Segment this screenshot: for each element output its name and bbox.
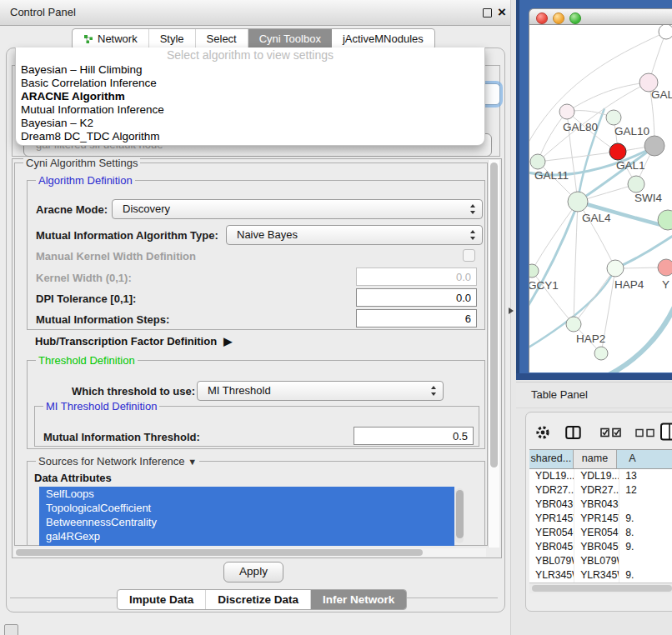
table-row[interactable]: YDL19...YDL19...13 [529, 469, 672, 483]
tab-infer-network[interactable]: Infer Network [311, 590, 406, 609]
node-label: GAL11 [534, 169, 569, 182]
mi-algorithm-type-label: Mutual Information Algorithm Type: [36, 229, 218, 242]
table-row[interactable]: YBR043CYBR043C [529, 498, 672, 512]
scrollbar-thumb[interactable] [16, 549, 423, 556]
float-window-icon[interactable] [483, 8, 492, 18]
network-node-hap2[interactable] [566, 317, 581, 332]
node-label: Y [662, 278, 669, 291]
deselect-checkboxes-icon[interactable] [635, 428, 659, 438]
table-cell: YBL079W [529, 554, 574, 568]
column-header[interactable]: shared... [529, 450, 574, 468]
tab-network[interactable]: Network [73, 29, 149, 49]
network-node[interactable] [658, 210, 672, 230]
network-edge[interactable] [574, 268, 615, 324]
network-node-swi4[interactable] [628, 176, 644, 192]
select-all-checkboxes-icon[interactable] [600, 428, 627, 438]
mi-threshold-definition-groupbox: MI Threshold Definition Mutual Informati… [34, 406, 479, 447]
network-edge[interactable] [609, 307, 672, 372]
tab-discretize-data[interactable]: Discretize Data [206, 590, 311, 609]
column-header[interactable]: name [574, 450, 618, 468]
table-cell: 9. [619, 512, 672, 526]
which-threshold-combo[interactable]: MI Threshold [197, 381, 444, 401]
table-rows: YDL19...YDL19...13YDR27...YDR27...12YBR0… [529, 469, 672, 582]
data-attributes-list[interactable]: SelfLoopsTopologicalCoefficientBetweenne… [39, 487, 454, 546]
network-canvas[interactable]: GALGAL80GAL10GAL1GAL11SWI4GAL4GCY1HAP4YH… [529, 25, 672, 372]
table-panel-header: Table Panel [516, 382, 672, 408]
table-row[interactable]: YER054CYER054C8. [529, 526, 672, 540]
network-window-titlebar[interactable] [529, 8, 672, 25]
attributes-list-scrollbar[interactable] [455, 488, 464, 543]
attribute-list-item[interactable]: TopologicalCoefficient [39, 501, 454, 515]
attribute-list-item[interactable]: BetweennessCentrality [39, 515, 454, 529]
apply-button[interactable]: Apply [223, 562, 283, 582]
settings-horizontal-scrollbar[interactable] [14, 548, 486, 557]
table-cell: YER054C [574, 526, 619, 540]
scrollbar-thumb[interactable] [532, 585, 672, 592]
network-node[interactable] [594, 347, 608, 360]
group-title: Algorithm Definition [36, 174, 135, 187]
mi-algorithm-type-combo[interactable]: Naive Bayes [226, 225, 483, 245]
hub-definition-expander[interactable]: Hub/Transcription Factor Definition▶ [35, 335, 232, 348]
network-node-gal1[interactable] [609, 143, 626, 160]
dropdown-placeholder: Select algorithm to view settings [16, 48, 484, 63]
collapsed-panel-icon[interactable] [4, 624, 18, 635]
network-edge[interactable] [538, 152, 618, 162]
network-edge[interactable] [574, 202, 578, 324]
tab-style[interactable]: Style [149, 29, 196, 49]
network-node-gal4[interactable] [568, 192, 588, 212]
scrollbar-thumb[interactable] [456, 490, 464, 538]
dropdown-item[interactable]: Dream8 DC_TDC Algorithm [16, 130, 484, 143]
network-node-gal11[interactable] [530, 154, 545, 169]
dropdown-item[interactable]: ARACNE Algorithm [16, 90, 484, 103]
tab-select[interactable]: Select [196, 29, 248, 49]
splitpane-arrow-icon[interactable] [509, 308, 514, 314]
tab-jactivemnodules[interactable]: jActiveMNodules [332, 29, 434, 49]
network-node-gal80[interactable] [559, 104, 574, 119]
dropdown-item[interactable]: Bayesian – K2 [16, 117, 484, 130]
dropdown-item[interactable]: Basic Correlation Inference [16, 77, 484, 90]
table-row[interactable]: YBL079WYBL079W [529, 554, 672, 568]
dpi-tolerance-field[interactable] [356, 288, 477, 307]
node-label: GAL [651, 88, 672, 101]
settings-vertical-scrollbar[interactable] [488, 160, 499, 548]
attribute-list-item[interactable]: SelfLoops [39, 487, 454, 501]
network-node[interactable] [659, 25, 672, 39]
aracne-mode-combo[interactable]: Discovery [112, 199, 483, 219]
tab-label: Cyni Toolbox [259, 29, 321, 49]
network-edge[interactable] [538, 112, 567, 162]
network-edge[interactable] [529, 203, 578, 312]
table-partial-icon[interactable] [659, 422, 672, 441]
tab-cyni-toolbox[interactable]: Cyni Toolbox [248, 29, 332, 49]
table-row[interactable]: YDR27...YDR27...12 [529, 483, 672, 498]
network-node-y[interactable] [658, 259, 672, 276]
close-window-button[interactable] [536, 12, 548, 24]
network-node-hap4[interactable] [607, 260, 624, 277]
network-node-gal10[interactable] [606, 110, 621, 125]
close-icon[interactable]: × [498, 0, 506, 24]
scrollbar-thumb[interactable] [490, 162, 498, 468]
table-row[interactable]: YPR145WYPR145W9. [529, 512, 672, 526]
minimize-window-button[interactable] [553, 12, 564, 24]
settings-gear-icon[interactable] [534, 424, 551, 441]
network-edge[interactable] [532, 202, 578, 271]
network-node[interactable] [644, 136, 664, 156]
attribute-list-item[interactable]: gal4RGexp [39, 529, 454, 543]
column-header[interactable]: A [617, 450, 672, 468]
dropdown-item[interactable]: Mutual Information Inference [16, 103, 484, 117]
dropdown-item[interactable]: Bayesian – Hill Climbing [16, 63, 484, 77]
table-row[interactable]: YLR345WYLR345W9. [529, 568, 672, 582]
table-row[interactable]: YBR045CYBR045C9. [529, 540, 672, 554]
table-cell: 8. [619, 526, 672, 540]
zoom-window-button[interactable] [569, 12, 581, 24]
table-cell: YPR145W [529, 512, 574, 526]
group-title: Sources for Network Inference ▼ [36, 455, 199, 468]
network-edge[interactable] [567, 82, 649, 112]
combo-value: Naive Bayes [237, 226, 298, 243]
network-node-gcy1[interactable] [529, 264, 539, 278]
table-horizontal-scrollbar[interactable] [529, 582, 672, 593]
column-layout-icon[interactable] [565, 425, 581, 440]
tab-impute-data[interactable]: Impute Data [118, 590, 206, 609]
mi-threshold-field[interactable] [354, 427, 474, 445]
table-cell: YER054C [529, 526, 574, 540]
mi-steps-field[interactable] [356, 309, 477, 328]
